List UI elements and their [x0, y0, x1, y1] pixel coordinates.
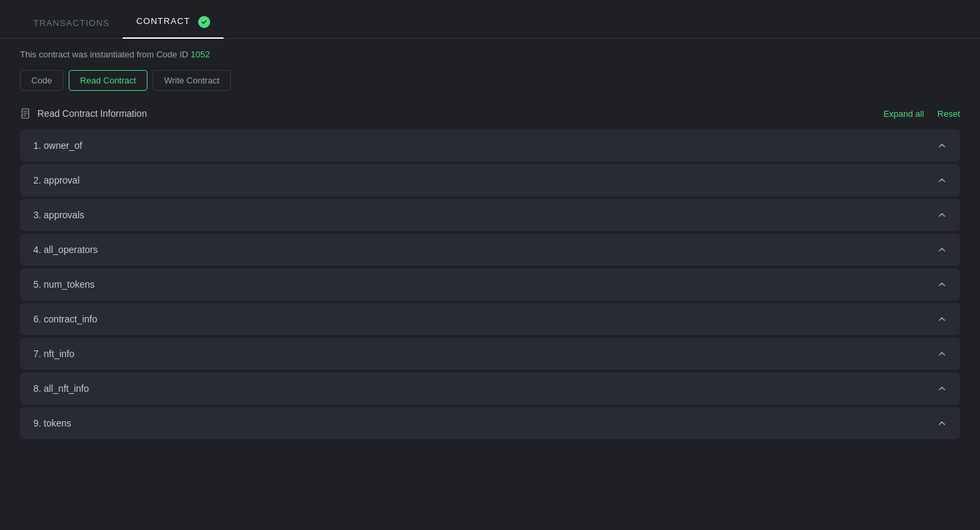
tab-contract[interactable]: CONTRACT	[123, 7, 223, 39]
chevron-up-icon-5	[937, 280, 947, 289]
accordion-list: 1. owner_of 2. approval 3. approvals	[20, 129, 960, 439]
accordion-header-9[interactable]: 9. tokens	[20, 407, 960, 439]
chevron-up-icon-1	[937, 141, 947, 150]
verified-icon	[198, 16, 210, 28]
chevron-up-icon-8	[937, 384, 947, 393]
chevron-up-icon-7	[937, 349, 947, 358]
accordion-item-3: 3. approvals	[20, 199, 960, 231]
accordion-item-2: 2. approval	[20, 164, 960, 196]
sub-tab-code[interactable]: Code	[20, 70, 63, 91]
accordion-label-8: 8. all_nft_info	[33, 383, 89, 394]
accordion-item-4: 4. all_operators	[20, 234, 960, 266]
section-title: Read Contract Information	[20, 108, 147, 119]
accordion-item-7: 7. nft_info	[20, 338, 960, 370]
accordion-item-1: 1. owner_of	[20, 129, 960, 162]
page-container: TRANSACTIONS CONTRACT This contract was …	[0, 0, 980, 446]
accordion-label-1: 1. owner_of	[33, 140, 82, 151]
sub-tab-write-contract[interactable]: Write Contract	[153, 70, 231, 91]
accordion-label-7: 7. nft_info	[33, 348, 75, 359]
accordion-header-6[interactable]: 6. contract_info	[20, 303, 960, 335]
code-id-link[interactable]: 1052	[191, 49, 210, 59]
accordion-header-5[interactable]: 5. num_tokens	[20, 268, 960, 300]
info-bar: This contract was instantiated from Code…	[0, 39, 980, 70]
accordion-item-6: 6. contract_info	[20, 303, 960, 335]
accordion-label-9: 9. tokens	[33, 418, 71, 429]
tabs-bar: TRANSACTIONS CONTRACT	[0, 0, 980, 39]
document-icon	[20, 108, 31, 119]
accordion-item-5: 5. num_tokens	[20, 268, 960, 300]
reset-link[interactable]: Reset	[937, 109, 960, 119]
section-actions: Expand all Reset	[883, 109, 960, 119]
sub-tab-read-contract[interactable]: Read Contract	[69, 70, 147, 91]
accordion-label-5: 5. num_tokens	[33, 279, 95, 290]
accordion-label-3: 3. approvals	[33, 210, 84, 220]
accordion-label-2: 2. approval	[33, 175, 79, 186]
accordion-header-2[interactable]: 2. approval	[20, 164, 960, 196]
accordion-label-6: 6. contract_info	[33, 314, 97, 324]
section-title-text: Read Contract Information	[37, 108, 147, 119]
accordion-header-3[interactable]: 3. approvals	[20, 199, 960, 231]
content-area: Read Contract Information Expand all Res…	[0, 101, 980, 446]
accordion-item-9: 9. tokens	[20, 407, 960, 439]
chevron-up-icon-9	[937, 419, 947, 428]
chevron-up-icon-4	[937, 245, 947, 254]
accordion-header-7[interactable]: 7. nft_info	[20, 338, 960, 370]
accordion-label-4: 4. all_operators	[33, 244, 98, 255]
accordion-header-8[interactable]: 8. all_nft_info	[20, 372, 960, 405]
tab-transactions[interactable]: TRANSACTIONS	[20, 9, 123, 39]
accordion-header-4[interactable]: 4. all_operators	[20, 234, 960, 266]
accordion-header-1[interactable]: 1. owner_of	[20, 129, 960, 162]
sub-tabs: Code Read Contract Write Contract	[0, 70, 980, 101]
chevron-up-icon-2	[937, 176, 947, 185]
chevron-up-icon-6	[937, 314, 947, 324]
expand-all-link[interactable]: Expand all	[883, 109, 924, 119]
chevron-up-icon-3	[937, 210, 947, 220]
accordion-item-8: 8. all_nft_info	[20, 372, 960, 405]
section-header: Read Contract Information Expand all Res…	[20, 108, 960, 119]
